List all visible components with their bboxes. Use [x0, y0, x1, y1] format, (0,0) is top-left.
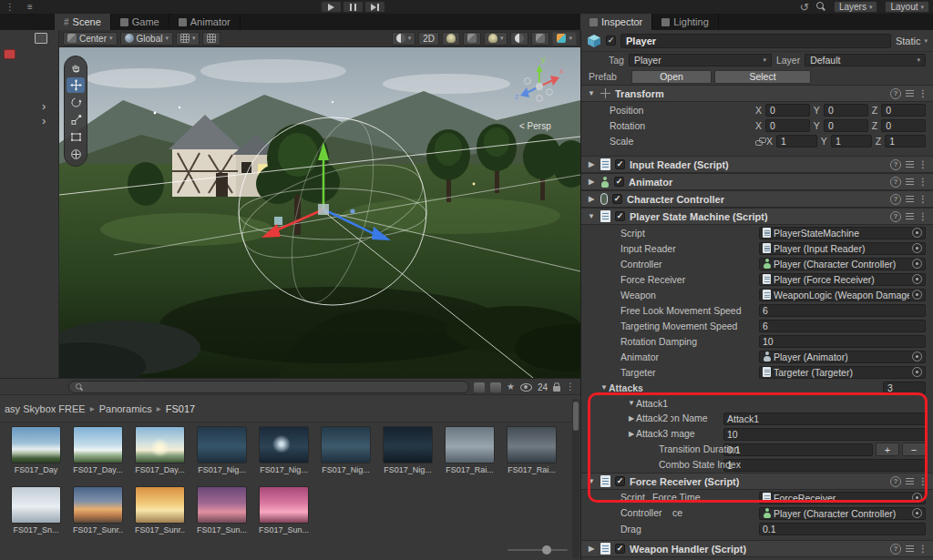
play-button[interactable]	[321, 1, 342, 13]
expand-chevron-icon[interactable]: ›	[42, 101, 46, 112]
scene-viewport[interactable]: y x z < Persp	[59, 47, 580, 378]
step-button[interactable]	[364, 1, 385, 13]
window-menu-icon[interactable]: ⋮	[5, 3, 15, 12]
layer-dropdown[interactable]: Default▾	[805, 54, 926, 66]
tab-game[interactable]: Game	[111, 14, 169, 30]
component-tools-button[interactable]: ▾	[552, 32, 577, 46]
component-menu-icon[interactable]: ⋮	[918, 194, 928, 204]
breadcrumb-item[interactable]: FS017	[166, 403, 195, 414]
foldout-icon[interactable]: ▼	[587, 212, 596, 220]
object-field[interactable]: Player (Character Controller)	[759, 507, 926, 520]
slider-knob[interactable]	[542, 545, 551, 555]
object-field[interactable]: WeaponLogic (Weapon Damage)	[759, 289, 926, 301]
foldout-icon[interactable]: ▼	[600, 383, 609, 392]
object-field[interactable]: Player (Input Reader)	[759, 242, 926, 255]
move-tool[interactable]	[67, 77, 85, 93]
attack-element-1[interactable]: ▼ Attack1	[581, 395, 933, 411]
number-field[interactable]: 6	[759, 304, 926, 317]
position-x-field[interactable]: 0	[765, 104, 810, 117]
foldout-icon[interactable]: ▼	[587, 89, 596, 97]
component-enabled-checkbox[interactable]: ✓	[612, 194, 622, 204]
object-picker-icon[interactable]	[912, 290, 922, 300]
axis-x-label[interactable]: x	[559, 66, 564, 76]
presets-icon[interactable]	[906, 478, 914, 479]
object-field[interactable]: ForceReceiver	[759, 492, 926, 504]
panel-doc-icon[interactable]	[35, 33, 47, 44]
component-header-input-reader[interactable]: ▶ ✓ Input Reader (Script) ? ⋮	[581, 156, 933, 173]
asset-item[interactable]: FS017_Sunr...	[135, 486, 185, 535]
asset-item[interactable]: FS017_Nig...	[321, 426, 371, 474]
tool-handle-rotation-button[interactable]: Global▾	[120, 32, 173, 46]
object-field[interactable]: Targeter (Targeter)	[759, 366, 926, 379]
component-enabled-checkbox[interactable]: ✓	[615, 211, 625, 221]
constrain-proportions-link-icon[interactable]	[755, 137, 764, 146]
help-icon[interactable]: ?	[890, 544, 901, 555]
tab-inspector[interactable]: Inspector	[580, 14, 652, 30]
axis-y-label[interactable]: y	[541, 55, 546, 64]
help-icon[interactable]: ?	[890, 211, 901, 222]
tag-dropdown[interactable]: Player▾	[629, 54, 772, 66]
object-picker-icon[interactable]	[912, 351, 922, 361]
search-by-label-icon[interactable]	[490, 382, 501, 392]
transform-component-header[interactable]: ▼ Transform ? ⋮	[581, 85, 933, 102]
attacks-foldout[interactable]: ▼ Attacks 3	[581, 380, 933, 395]
transition-duration-field[interactable]: 0.1	[723, 443, 873, 456]
project-search-input[interactable]	[68, 381, 469, 393]
asset-item[interactable]: FS017_Rai...	[445, 426, 495, 474]
asset-item[interactable]: FS017_Rai...	[507, 426, 557, 474]
active-checkbox[interactable]: ✓	[606, 36, 616, 46]
attack-element-2[interactable]: ▶Attack2	[627, 412, 671, 424]
asset-item[interactable]: FS017_Sunr...	[73, 486, 123, 535]
thumbnail-zoom-slider[interactable]	[508, 545, 568, 555]
view-hand-tool[interactable]	[67, 60, 85, 76]
foldout-icon[interactable]: ▶	[587, 545, 596, 553]
object-picker-icon[interactable]	[912, 259, 922, 269]
mode-2d-button[interactable]: 2D	[418, 32, 439, 46]
scale-tool[interactable]	[67, 112, 85, 127]
lock-icon[interactable]	[553, 386, 560, 392]
object-picker-icon[interactable]	[912, 228, 922, 238]
perspective-label[interactable]: < Persp	[519, 121, 551, 131]
help-icon[interactable]: ?	[890, 177, 901, 188]
position-y-field[interactable]: 0	[824, 104, 868, 117]
static-dropdown[interactable]: Static ▾	[896, 36, 928, 46]
tab-animator[interactable]: Animator	[169, 14, 241, 30]
asset-item[interactable]: FS017_Nig...	[197, 426, 247, 474]
combo-state-index-field[interactable]: 1	[723, 459, 926, 472]
scene-lighting-button[interactable]	[442, 32, 460, 46]
foldout-icon[interactable]: ▶	[587, 160, 596, 168]
component-menu-icon[interactable]: ⋮	[918, 544, 928, 554]
asset-item[interactable]: FS017_Nig...	[383, 426, 433, 474]
rotation-z-field[interactable]: 0	[881, 119, 926, 132]
help-icon[interactable]: ?	[890, 159, 901, 170]
layout-dropdown[interactable]: Layout▾	[885, 1, 929, 13]
help-icon[interactable]: ?	[890, 88, 901, 99]
component-menu-icon[interactable]: ⋮	[918, 159, 928, 169]
panel-menu-icon[interactable]: ⋮	[566, 382, 575, 392]
asset-item[interactable]: FS017_Sn...	[11, 486, 61, 535]
layers-dropdown[interactable]: Layers▾	[834, 1, 878, 13]
effects-dropdown-button[interactable]: ▾	[484, 32, 508, 46]
object-field[interactable]: Player (Force Receiver)	[759, 273, 926, 286]
asset-item[interactable]: FS017_Day...	[73, 426, 123, 474]
foldout-icon[interactable]: ▼	[587, 477, 596, 485]
presets-icon[interactable]	[906, 196, 914, 197]
rotation-x-field[interactable]: 0	[765, 119, 810, 132]
presets-icon[interactable]	[906, 213, 914, 214]
tab-scene[interactable]: #Scene	[55, 14, 111, 30]
prefab-select-button[interactable]: Select	[714, 70, 811, 84]
draw-mode-button[interactable]: ▾	[392, 32, 416, 46]
component-enabled-checkbox[interactable]: ✓	[615, 159, 625, 169]
attacks-size-field[interactable]: 3	[883, 382, 926, 394]
damage-field[interactable]: 10	[723, 428, 926, 441]
foldout-icon[interactable]: ▶	[587, 178, 596, 186]
component-menu-icon[interactable]: ⋮	[918, 88, 928, 98]
asset-item[interactable]: FS017_Sun...	[197, 486, 247, 535]
grid-menu-icon[interactable]: ≡	[27, 3, 33, 12]
project-scrollbar[interactable]	[572, 399, 579, 559]
asset-item[interactable]: FS017_Day...	[135, 426, 185, 474]
rotate-tool[interactable]	[67, 95, 85, 110]
component-header-weapon-handler[interactable]: ▶ ✓ Weapon Handler (Script) ? ⋮	[581, 540, 933, 557]
drag-field[interactable]: 0.1	[759, 523, 926, 535]
favorites-star-icon[interactable]: ★	[507, 382, 515, 392]
